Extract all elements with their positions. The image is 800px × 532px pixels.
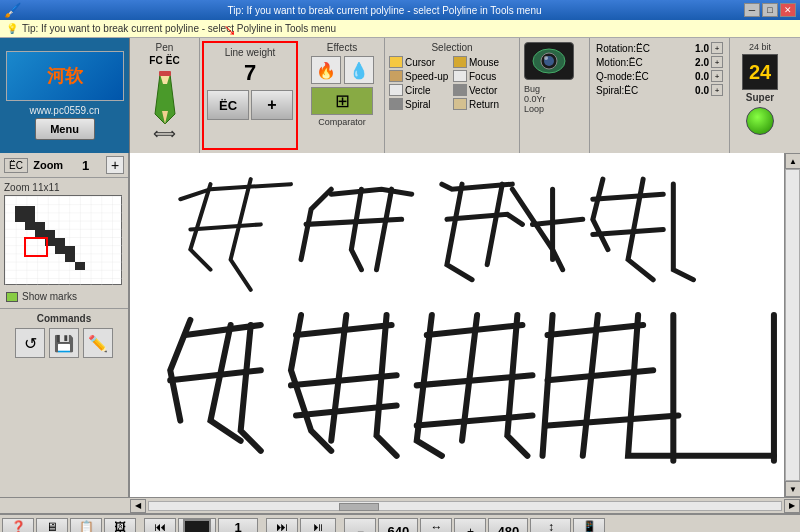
spiral-row: Spiral:ЁС 0.0 +: [596, 84, 723, 96]
selection-section: Selection Cursor Mouse Speed-up Focus Ci…: [385, 38, 520, 153]
main-area: ЁС Zoom 1 + Zoom 11x11: [0, 153, 800, 497]
comparator-button[interactable]: ⊞: [311, 87, 373, 115]
qmode-plus-button[interactable]: +: [711, 70, 723, 82]
speedup-color: [389, 70, 403, 82]
bit-badge: 24: [742, 54, 778, 90]
highlight-button[interactable]: ✏️: [83, 328, 113, 358]
scroll-up-button[interactable]: ▲: [785, 153, 800, 169]
return-label: Return: [469, 99, 499, 110]
pen-icon[interactable]: [140, 69, 190, 124]
svg-rect-18: [55, 238, 65, 246]
maximize-button[interactable]: □: [762, 3, 778, 17]
f3-icon: 📋: [79, 520, 94, 533]
f11-button[interactable]: 📱 F11: [573, 518, 605, 533]
camera-svg: [530, 47, 568, 75]
zoom-value: 1: [68, 158, 103, 173]
commands-label: Commands: [6, 313, 122, 324]
scroll-track-vertical[interactable]: [785, 169, 800, 481]
save-button[interactable]: 💾: [49, 328, 79, 358]
f4-button[interactable]: 🖼 F4: [104, 518, 136, 533]
qmode-value: 0.0: [651, 71, 709, 82]
tip-text: Tip: If you want to break current polyli…: [22, 23, 336, 34]
minimize-button[interactable]: ─: [744, 3, 760, 17]
spiral2-label: Spiral:ЁС: [596, 85, 638, 96]
f10-button[interactable]: ↔ F10: [420, 518, 452, 533]
svg-rect-11: [15, 214, 25, 222]
right-scrollbar: ▲ ▼: [784, 153, 800, 497]
cursor-item: Cursor: [389, 56, 451, 68]
titlebar-controls: ─ □ ✕: [744, 3, 796, 17]
f6-button[interactable]: F6: [178, 518, 216, 533]
f1-button[interactable]: ❓ F1: [2, 518, 34, 533]
f7-button[interactable]: 1 F7: [218, 518, 258, 533]
tip-icon: 💡: [6, 23, 18, 34]
height-value: 480: [498, 524, 520, 532]
zoom-title: Zoom 11x11: [4, 182, 124, 193]
spiral-color: [389, 98, 403, 110]
svg-rect-14: [25, 222, 35, 230]
spiral-label: Spiral: [405, 99, 431, 110]
undo-button[interactable]: ↺: [15, 328, 45, 358]
mouse-label: Mouse: [469, 57, 499, 68]
scroll-down-button[interactable]: ▼: [785, 481, 800, 497]
scroll-left-button[interactable]: ◀: [130, 499, 146, 513]
svg-rect-3: [159, 71, 171, 76]
mouse-item: Mouse: [453, 56, 515, 68]
effects-label: Effects: [327, 42, 357, 53]
f2-button[interactable]: 🖥 F2: [36, 518, 68, 533]
scroll-thumb-horizontal[interactable]: [339, 503, 379, 511]
badge-section: 24 bit 24 Super: [730, 38, 790, 153]
f5-icon: ⏮: [154, 520, 166, 533]
cursor-color: [389, 56, 403, 68]
rotation-row: Rotation:ЁС 1.0 +: [596, 42, 723, 54]
f8-icon: ⏭: [276, 520, 288, 533]
f5-button[interactable]: ⏮ F5: [144, 518, 176, 533]
water-effect-button[interactable]: 💧: [344, 56, 374, 84]
rotation-section: Rotation:ЁС 1.0 + Motion:ЁС 2.0 + Q-mode…: [590, 38, 730, 153]
spiral-plus-button[interactable]: +: [711, 84, 723, 96]
ctrlf10-button[interactable]: ↕ Ctrl+F10: [530, 518, 571, 533]
bug-label: Bug: [524, 84, 585, 94]
f7-number: 1: [234, 520, 241, 533]
arrow-icon: ⟺: [153, 124, 176, 143]
show-marks: Show marks: [0, 289, 128, 304]
pencil-icon: [145, 69, 185, 124]
lineweight-controls: ЁС +: [207, 90, 293, 120]
ctrlf8-button[interactable]: ⏯ Ctrl+F8: [300, 518, 336, 533]
vector-color: [453, 84, 467, 96]
return-item: Return: [453, 98, 515, 110]
zoom-grid-svg: [5, 196, 123, 286]
scroll-track-horizontal[interactable]: [148, 501, 782, 511]
zoom-label: Zoom: [33, 159, 63, 171]
lineweight-dec-button[interactable]: ЁС: [207, 90, 249, 120]
motion-row: Motion:ЁС 2.0 +: [596, 56, 723, 68]
qmode-row: Q-mode:ЁС 0.0 +: [596, 70, 723, 82]
fire-effect-button[interactable]: 🔥: [311, 56, 341, 84]
menu-button[interactable]: Menu: [35, 118, 95, 140]
plus-button[interactable]: +: [454, 518, 486, 533]
svg-rect-10: [25, 206, 35, 214]
left-panel: ЁС Zoom 1 + Zoom 11x11: [0, 153, 130, 497]
titlebar: 🖌️ Tip: If you want to break current pol…: [0, 0, 800, 20]
svg-rect-15: [35, 230, 45, 238]
close-button[interactable]: ✕: [780, 3, 796, 17]
motion-plus-button[interactable]: +: [711, 56, 723, 68]
zoom-plus-button[interactable]: +: [106, 156, 124, 174]
motion-value: 2.0: [645, 57, 709, 68]
spiral-item: Spiral: [389, 98, 451, 110]
minus-button[interactable]: −: [344, 518, 376, 533]
rotation-value: 1.0: [652, 43, 709, 54]
effects-section: Effects 🔥 💧 ⊞ Comparator: [300, 38, 385, 153]
canvas-svg[interactable]: [130, 153, 784, 497]
plus-icon: +: [467, 525, 474, 533]
scroll-right-button[interactable]: ▶: [784, 499, 800, 513]
vector-item: Vector: [453, 84, 515, 96]
bottom-toolbar: ❓ F1 🖥 F2 📋 F3 🖼 F4 ⏮ F5 F6 1 F7 ⏭ F8 ⏯ …: [0, 513, 800, 532]
return-color: [453, 98, 467, 110]
f3-button[interactable]: 📋 F3: [70, 518, 102, 533]
rotation-plus-button[interactable]: +: [711, 42, 723, 54]
lineweight-inc-button[interactable]: +: [251, 90, 293, 120]
bug-value: 0.0Yr: [524, 94, 585, 104]
tipbar: 💡 Tip: If you want to break current poly…: [0, 20, 800, 38]
f8-button[interactable]: ⏭ F8: [266, 518, 298, 533]
